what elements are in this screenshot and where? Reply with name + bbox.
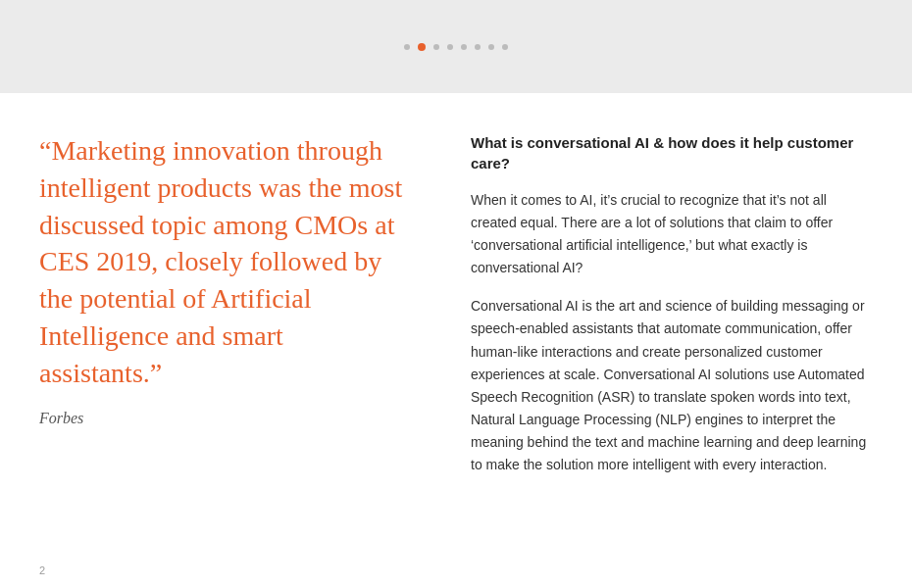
slide-indicator-1[interactable] xyxy=(404,44,410,50)
main-content: “Marketing innovation through intelligen… xyxy=(0,93,912,588)
quote-text: “Marketing innovation through intelligen… xyxy=(39,132,412,392)
page-container: “Marketing innovation through intelligen… xyxy=(0,0,912,588)
top-bar xyxy=(0,0,912,93)
slide-indicators xyxy=(404,43,508,51)
left-column: “Marketing innovation through intelligen… xyxy=(39,132,431,559)
slide-indicator-6[interactable] xyxy=(475,44,481,50)
article-paragraph-1: When it comes to AI, it’s crucial to rec… xyxy=(471,189,873,279)
slide-indicator-3[interactable] xyxy=(433,44,439,50)
page-number: 2 xyxy=(39,564,45,576)
quote-source: Forbes xyxy=(39,410,412,427)
slide-indicator-8[interactable] xyxy=(502,44,508,50)
slide-indicator-5[interactable] xyxy=(461,44,467,50)
slide-indicator-4[interactable] xyxy=(447,44,453,50)
slide-indicator-7[interactable] xyxy=(488,44,494,50)
article-paragraph-2: Conversational AI is the art and science… xyxy=(471,295,873,476)
article-heading: What is conversational AI & how does it … xyxy=(471,132,873,173)
right-column: What is conversational AI & how does it … xyxy=(471,132,873,559)
slide-indicator-2-active[interactable] xyxy=(418,43,426,51)
